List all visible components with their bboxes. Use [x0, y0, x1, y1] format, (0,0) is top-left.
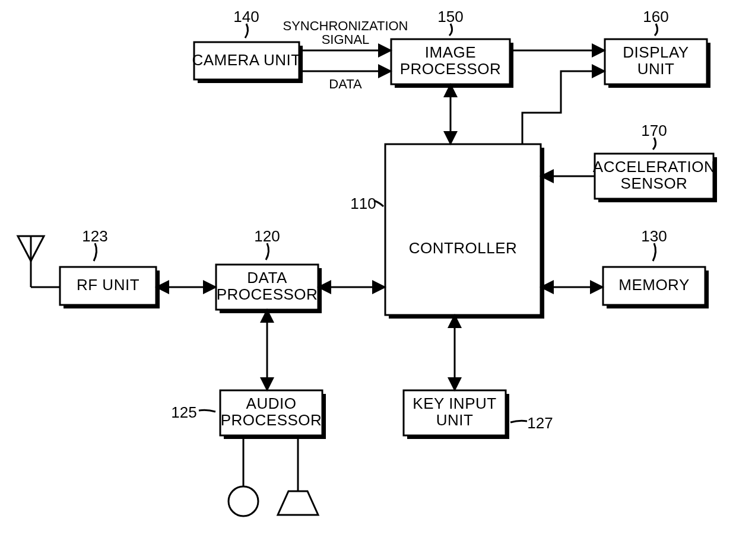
image-ref: 150	[437, 8, 463, 26]
rf-ref: 123	[82, 227, 107, 245]
key-label1: KEY INPUT	[413, 394, 496, 412]
block-data-processor: DATA PROCESSOR	[216, 265, 322, 313]
leader-key	[510, 421, 527, 422]
svg-point-23	[229, 486, 258, 516]
accel-label2: SENSOR	[621, 174, 688, 192]
accel-label1: ACCELERATION	[593, 158, 715, 176]
arrow-controller-display	[522, 71, 605, 144]
speaker-icon	[278, 435, 318, 515]
leader-data	[266, 243, 269, 260]
sync-label2: SIGNAL	[322, 32, 370, 47]
rf-label: RF UNIT	[77, 276, 139, 294]
display-ref: 160	[643, 8, 668, 26]
block-key-input: KEY INPUT UNIT	[404, 390, 509, 439]
data-ref: 120	[254, 227, 280, 245]
leader-memory	[653, 243, 656, 261]
svg-rect-9	[385, 144, 541, 315]
data-signal-label: DATA	[329, 77, 362, 91]
block-display: DISPLAY UNIT	[605, 39, 710, 88]
camera-label: CAMERA UNIT	[192, 51, 300, 69]
data-label2: PROCESSOR	[217, 285, 318, 303]
leader-rf	[94, 243, 97, 261]
block-accel: ACCELERATION SENSOR	[593, 154, 717, 202]
block-controller: CONTROLLER	[385, 144, 544, 319]
leader-camera	[245, 24, 248, 38]
display-label2: UNIT	[637, 60, 675, 78]
block-camera: CAMERA UNIT	[192, 42, 303, 83]
controller-label: CONTROLLER	[409, 239, 518, 257]
leader-image	[449, 24, 452, 36]
block-memory: MEMORY	[603, 267, 709, 308]
leader-display	[655, 24, 658, 36]
leader-audio	[199, 410, 215, 412]
sync-label1: SYNCHRONIZATION	[283, 18, 408, 33]
block-image-processor: IMAGE PROCESSOR	[391, 39, 513, 88]
audio-label1: AUDIO	[246, 394, 297, 412]
block-audio: AUDIO PROCESSOR	[220, 390, 326, 439]
image-label2: PROCESSOR	[400, 60, 502, 78]
controller-ref: 110	[350, 195, 376, 212]
key-ref: 127	[527, 414, 553, 432]
camera-ref: 140	[233, 8, 259, 26]
memory-ref: 130	[641, 227, 667, 245]
accel-ref: 170	[641, 122, 667, 139]
microphone-icon	[229, 435, 258, 516]
image-label1: IMAGE	[425, 43, 476, 61]
audio-label2: PROCESSOR	[221, 411, 322, 429]
antenna-icon	[18, 236, 60, 287]
audio-ref: 125	[171, 403, 196, 421]
display-label1: DISPLAY	[623, 43, 689, 61]
block-rf: RF UNIT	[60, 267, 160, 308]
data-label1: DATA	[247, 269, 287, 287]
key-label2: UNIT	[436, 411, 474, 429]
leader-accel	[653, 138, 656, 149]
memory-label: MEMORY	[618, 276, 690, 294]
